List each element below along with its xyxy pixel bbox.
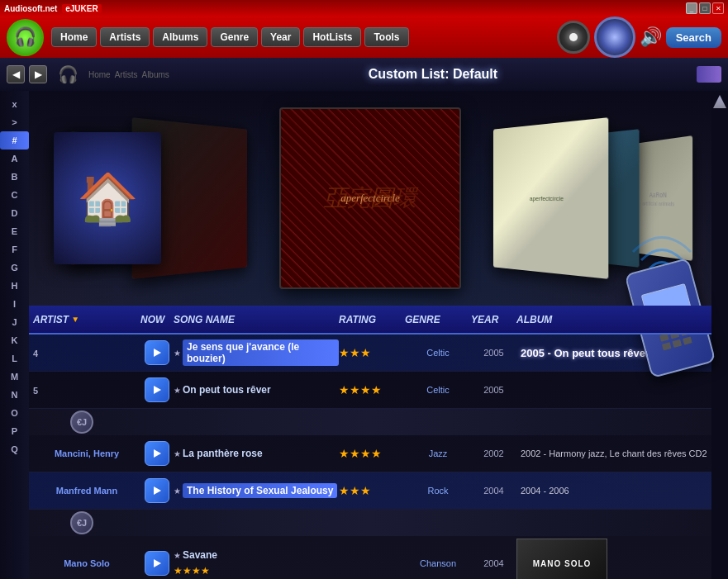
svg-marker-3 (154, 449, 161, 458)
artist-cell[interactable]: Mancini, Henry (33, 448, 140, 458)
sidebar-item-i[interactable]: I (0, 295, 29, 313)
maximize-button[interactable]: □ (699, 2, 711, 14)
table-row: Manfred Mann ★ The History of Sexual Jea… (29, 472, 711, 510)
mano-solo-album-art: MANO SOLO (516, 539, 607, 579)
sidebar-item-c[interactable]: C (0, 186, 29, 204)
genre-cell-4: Rock (405, 486, 471, 496)
table-header: Artist ▼ Now Song name Rating Genre Year (29, 306, 711, 335)
album-cell-4: 2004 - 2006 (516, 486, 707, 496)
sidebar-item-j[interactable]: J (0, 313, 29, 331)
sidebar-item-a[interactable]: A (0, 149, 29, 168)
rating-cell-3: ★★★★ (339, 447, 405, 460)
progress-bar (697, 66, 721, 83)
album-right1-card[interactable]: aperfectcircle (493, 117, 608, 279)
nav-artists-button[interactable]: Artists (100, 27, 150, 47)
forward-button[interactable]: ▶ (29, 65, 47, 83)
sidebar-item-h[interactable]: H (0, 277, 29, 295)
main-content: x > # A B C D E F G H I J K L M N O P Q … (0, 91, 728, 579)
sidebar-item-g[interactable]: G (0, 259, 29, 277)
cd-icon (594, 17, 635, 58)
col-header-rating[interactable]: Rating (339, 314, 405, 325)
play-button-5[interactable] (140, 551, 174, 576)
remote-key[interactable] (683, 336, 692, 344)
right-scrollbar (711, 91, 728, 579)
album-carousel: 🏠 BIG EYES 亞 完 (29, 91, 711, 306)
nav-genre-button[interactable]: Genre (211, 27, 258, 47)
sidebar-item-hash[interactable]: # (0, 131, 29, 149)
remote-key[interactable] (659, 333, 669, 341)
col-header-artist[interactable]: Artist ▼ (33, 314, 140, 325)
search-button[interactable]: Search (666, 27, 721, 48)
song-name-cell-3: ★ La panthère rose (174, 448, 339, 459)
breadcrumb-bar: ◀ ▶ 🎧 Home Artists Albums Custom List: D… (0, 58, 728, 91)
col-header-year[interactable]: Year (471, 314, 516, 325)
year-cell-4: 2004 (471, 486, 516, 496)
genre-cell-3: Jazz (405, 448, 471, 458)
play-button-3[interactable] (140, 441, 174, 466)
play-icon-3[interactable] (145, 441, 169, 466)
album-main-card[interactable]: 亞 完 圓 環 aperfectcircle (279, 107, 461, 289)
app-logo-area: 🎧 (7, 19, 44, 56)
album-main-art: 亞 完 圓 環 aperfectcircle (281, 109, 459, 287)
media-icons: 🔊 (557, 17, 662, 58)
table-row: Mano Solo ★ Savane ★★★★ (29, 536, 711, 579)
back-button[interactable]: ◀ (7, 65, 25, 83)
sidebar-item-k[interactable]: K (0, 331, 29, 349)
remote-key[interactable] (672, 339, 682, 348)
nav-year-button[interactable]: Year (261, 27, 300, 47)
sidebar-item-p[interactable]: P (0, 422, 29, 440)
sidebar-item-o[interactable]: O (0, 404, 29, 422)
artist-cell-4[interactable]: Manfred Mann (33, 486, 140, 496)
sidebar-item-n[interactable]: N (0, 386, 29, 404)
play-button[interactable] (140, 340, 174, 365)
scroll-up-button[interactable] (713, 95, 726, 108)
house-icon: 🏠 (77, 169, 139, 228)
play-icon[interactable] (145, 340, 169, 365)
window-controls: _ □ ✕ (686, 2, 724, 14)
nav-tools-button[interactable]: Tools (364, 27, 408, 47)
disc-icon (557, 21, 590, 54)
album-right1-art: aperfectcircle (493, 117, 608, 279)
play-icon-5[interactable] (145, 551, 169, 576)
remote-key[interactable] (662, 342, 672, 350)
sidebar-item-d[interactable]: D (0, 204, 29, 222)
sidebar-item-l[interactable]: L (0, 349, 29, 368)
col-header-now[interactable]: Now (140, 314, 174, 325)
col-header-genre[interactable]: Genre (405, 314, 471, 325)
play-icon-2[interactable] (145, 377, 169, 402)
sidebar-item-b[interactable]: B (0, 168, 29, 186)
sidebar-item-arrow[interactable]: > (0, 113, 29, 131)
artist-cell-5[interactable]: Mano Solo (33, 558, 140, 568)
letter-sidebar: x > # A B C D E F G H I J K L M N O P Q (0, 91, 29, 579)
play-icon-4[interactable] (145, 478, 169, 503)
song-name-cell-2: ★ On peut tous rêver (174, 384, 339, 396)
genre-cell: Celtic (405, 348, 471, 358)
play-button-2[interactable] (140, 377, 174, 402)
sidebar-item-q[interactable]: Q (0, 440, 29, 458)
album-house-card[interactable]: 🏠 (54, 132, 161, 264)
nav-hotlists-button[interactable]: HotLists (303, 27, 361, 47)
year-cell-3: 2002 (471, 448, 516, 458)
play-button-4[interactable] (140, 478, 174, 503)
rating-cell-2: ★★★★ (339, 383, 405, 396)
col-header-song[interactable]: Song name (174, 314, 339, 325)
sort-arrow-icon: ▼ (71, 315, 79, 324)
separator-row: €J (29, 409, 711, 435)
sidebar-item-e[interactable]: E (0, 222, 29, 240)
svg-marker-5 (154, 559, 161, 567)
minimize-button[interactable]: _ (686, 2, 697, 14)
sidebar-item-x[interactable]: x (0, 95, 29, 113)
sidebar-item-f[interactable]: F (0, 240, 29, 259)
separator-icon: €J (70, 411, 93, 434)
ghost-home: Home (88, 70, 111, 79)
col-header-album[interactable]: Album (516, 314, 707, 325)
mascot-icon: 🎧 (51, 62, 84, 87)
table-row: 4 ★ Je sens que j'avance (le bouzier) ★★… (29, 335, 711, 372)
genre-cell-2: Celtic (405, 385, 471, 395)
sidebar-item-m[interactable]: M (0, 368, 29, 386)
row-num: 4 (33, 345, 140, 360)
close-button[interactable]: ✕ (712, 2, 724, 14)
nav-home-button[interactable]: Home (51, 27, 97, 47)
music-table: Artist ▼ Now Song name Rating Genre Year (29, 306, 711, 579)
nav-albums-button[interactable]: Albums (153, 27, 207, 47)
